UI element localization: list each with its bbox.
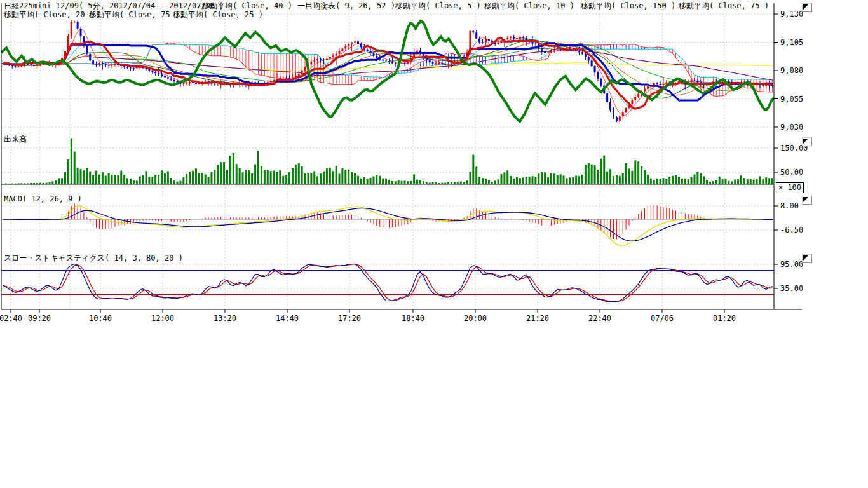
stoch-axis-label-0: 95.00 [780, 260, 803, 269]
time-axis-label-6: 17:20 [338, 314, 361, 323]
price-axis-label-0: 9,130 [780, 10, 803, 18]
macd-axis-label-0: 8.00 [780, 201, 799, 210]
time-axis-label-0: 02:40 [0, 314, 22, 323]
chart-canvas[interactable]: 9,1309,1059,0809,0559,030150.0050.008.00… [0, 0, 868, 488]
volume-panel-title: 出来高 [4, 134, 27, 145]
stoch-panel-corner-button[interactable] [802, 254, 812, 263]
time-axis-label-1: 09:20 [28, 314, 51, 323]
volume-multiplier-badge: × 100 [776, 182, 804, 193]
legend-item-row1-6: 移動平均( Close, 75 ) [679, 1, 769, 10]
legend-item-row1-1: 移動平均( Close, 40 ) [202, 1, 292, 10]
price-axis-label-4: 9,030 [780, 123, 803, 132]
time-axis-label-9: 21:20 [526, 314, 549, 323]
macd-panel-title: MACD( 12, 26, 9 ) [4, 194, 82, 203]
volume-panel-corner-button[interactable] [802, 137, 812, 146]
stoch-panel-title: スロー・ストキャスティクス( 14, 3, 80, 20 ) [4, 253, 183, 264]
time-axis-label-11: 07/06 [651, 314, 674, 323]
time-axis-label-3: 12:00 [151, 314, 174, 323]
legend-item-row2-1: 移動平均( Close, 75 ) [89, 10, 179, 19]
time-axis-label-2: 10:40 [89, 314, 112, 323]
time-axis-label-5: 14:40 [276, 314, 299, 323]
time-axis-label-12: 01:20 [713, 314, 736, 323]
legend-item-row2-0: 移動平均( Close, 20 ) [4, 10, 94, 19]
macd-axis-label-1: -6.50 [780, 226, 803, 234]
chart-window: 9,1309,1059,0809,0559,030150.0050.008.00… [0, 0, 868, 488]
stoch-panel [1, 264, 774, 301]
price-axis-label-1: 9,105 [780, 38, 803, 47]
legend-item-row1-0: 日経225mini 12/09( 5分, 2012/07/04 - 2012/0… [4, 1, 224, 10]
legend-item-row1-3: 移動平均( Close, 5 ) [395, 1, 481, 10]
legend-item-row1-2: 一目均衡表( 9, 26, 52 ) [297, 1, 395, 10]
price-panel [1, 20, 774, 125]
volume-panel [2, 139, 773, 184]
volume-axis-label-1: 50.00 [780, 168, 803, 177]
macd-panel [1, 203, 774, 245]
time-axis-label-10: 22:40 [588, 314, 611, 323]
price-axis-label-2: 9,080 [780, 66, 803, 75]
legend-item-row1-5: 移動平均( Close, 150 ) [581, 1, 675, 10]
stoch-axis-label-1: 35.00 [780, 284, 803, 293]
time-axis-label-7: 18:40 [402, 314, 424, 323]
time-axis-label-4: 13:20 [214, 314, 236, 323]
macd-panel-corner-button[interactable] [802, 196, 812, 205]
time-axis-label-8: 20:00 [464, 314, 487, 323]
price-axis-label-3: 9,055 [780, 95, 803, 104]
legend-item-row1-4: 移動平均( Close, 10 ) [484, 1, 574, 10]
legend-item-row2-2: 移動平均( Close, 25 ) [173, 10, 263, 19]
price-panel-corner-button[interactable] [802, 3, 812, 12]
